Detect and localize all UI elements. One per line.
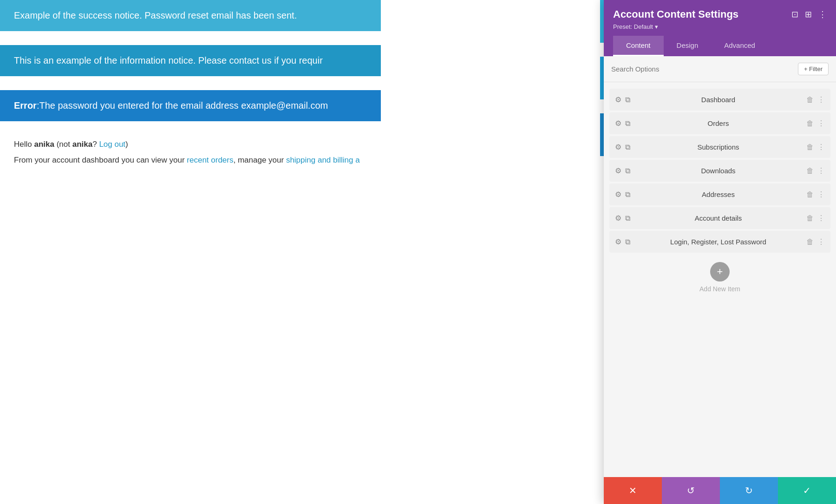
more-options-icon[interactable]: ⋮ xyxy=(817,237,825,246)
tab-advanced[interactable]: Advanced xyxy=(711,36,768,56)
tab-design[interactable]: Design xyxy=(664,36,712,56)
success-notice-text: Example of the success notice. Password … xyxy=(14,10,297,20)
redo-button[interactable]: ↻ xyxy=(720,477,778,504)
more-options-icon[interactable]: ⋮ xyxy=(817,214,825,223)
undo-button[interactable]: ↺ xyxy=(662,477,720,504)
panel-preset[interactable]: Preset: Default ▾ xyxy=(613,23,827,30)
settings-icon[interactable]: ⚙ xyxy=(615,166,621,175)
info-notice: This is an example of the information no… xyxy=(0,45,381,76)
item-right-icons: 🗑 ⋮ xyxy=(806,166,825,175)
delete-icon[interactable]: 🗑 xyxy=(806,143,814,151)
info-notice-text: This is an example of the information no… xyxy=(14,55,323,65)
save-icon: ✓ xyxy=(803,485,811,496)
item-right-icons: 🗑 ⋮ xyxy=(806,214,825,223)
account-username2: anika xyxy=(72,140,92,149)
item-label: Login, Register, Lost Password xyxy=(635,238,802,246)
panel-header: Account Content Settings ⊡ ⊞ ⋮ Preset: D… xyxy=(604,0,836,56)
item-right-icons: 🗑 ⋮ xyxy=(806,190,825,199)
logout-prefix: ? xyxy=(92,140,99,149)
settings-icon[interactable]: ⚙ xyxy=(615,143,621,151)
item-left-icons: ⚙ ⧉ xyxy=(615,166,630,175)
copy-icon[interactable]: ⧉ xyxy=(625,96,630,104)
save-button[interactable]: ✓ xyxy=(778,477,836,504)
logout-link[interactable]: Log out xyxy=(99,140,125,149)
hello-text: Hello xyxy=(14,140,34,149)
list-item[interactable]: ⚙ ⧉ Downloads 🗑 ⋮ xyxy=(609,160,830,182)
list-item[interactable]: ⚙ ⧉ Addresses 🗑 ⋮ xyxy=(609,183,830,205)
settings-icon[interactable]: ⚙ xyxy=(615,214,621,223)
more-options-icon[interactable]: ⋮ xyxy=(817,166,825,175)
focus-icon[interactable]: ⊡ xyxy=(791,9,798,20)
more-options-icon[interactable]: ⋮ xyxy=(817,190,825,199)
accent-bars xyxy=(600,0,604,504)
accent-success xyxy=(600,0,604,43)
list-item[interactable]: ⚙ ⧉ Dashboard 🗑 ⋮ xyxy=(609,89,830,111)
success-notice: Example of the success notice. Password … xyxy=(0,0,381,31)
grid-icon[interactable]: ⊞ xyxy=(805,9,812,20)
search-input[interactable] xyxy=(611,65,794,73)
item-right-icons: 🗑 ⋮ xyxy=(806,95,825,104)
settings-icon[interactable]: ⚙ xyxy=(615,95,621,104)
delete-icon[interactable]: 🗑 xyxy=(806,190,814,199)
accent-error xyxy=(600,113,604,156)
more-icon[interactable]: ⋮ xyxy=(818,9,827,20)
settings-icon[interactable]: ⚙ xyxy=(615,119,621,128)
add-new-item[interactable]: + Add New Item xyxy=(604,255,836,300)
filter-button[interactable]: + Filter xyxy=(798,63,829,75)
copy-icon[interactable]: ⧉ xyxy=(625,190,630,199)
item-label: Orders xyxy=(635,119,802,127)
copy-icon[interactable]: ⧉ xyxy=(625,119,630,128)
account-username: anika xyxy=(34,140,54,149)
cancel-icon: ✕ xyxy=(629,485,637,496)
settings-icon[interactable]: ⚙ xyxy=(615,190,621,199)
copy-icon[interactable]: ⧉ xyxy=(625,167,630,175)
preset-arrow: ▾ xyxy=(655,23,658,30)
account-desc: From your account dashboard you can view… xyxy=(0,149,381,165)
item-right-icons: 🗑 ⋮ xyxy=(806,237,825,246)
copy-icon[interactable]: ⧉ xyxy=(625,238,630,246)
add-circle-button[interactable]: + xyxy=(710,262,730,281)
list-item[interactable]: ⚙ ⧉ Orders 🗑 ⋮ xyxy=(609,112,830,134)
item-left-icons: ⚙ ⧉ xyxy=(615,143,630,151)
item-right-icons: 🗑 ⋮ xyxy=(806,143,825,151)
shipping-link[interactable]: shipping and billing a xyxy=(286,156,360,164)
item-left-icons: ⚙ ⧉ xyxy=(615,190,630,199)
delete-icon[interactable]: 🗑 xyxy=(806,214,814,223)
item-label: Addresses xyxy=(635,190,802,198)
list-item[interactable]: ⚙ ⧉ Account details 🗑 ⋮ xyxy=(609,207,830,229)
panel-title: Account Content Settings xyxy=(613,8,738,20)
desc-start: From your account dashboard you can view… xyxy=(14,156,187,164)
item-label: Account details xyxy=(635,214,802,222)
main-content: Example of the success notice. Password … xyxy=(0,0,381,504)
item-left-icons: ⚙ ⧉ xyxy=(615,237,630,246)
error-text: :The password you entered for the email … xyxy=(37,100,328,111)
copy-icon[interactable]: ⧉ xyxy=(625,143,630,151)
settings-icon[interactable]: ⚙ xyxy=(615,237,621,246)
more-options-icon[interactable]: ⋮ xyxy=(817,143,825,151)
accent-info xyxy=(600,57,604,99)
delete-icon[interactable]: 🗑 xyxy=(806,167,814,175)
more-options-icon[interactable]: ⋮ xyxy=(817,119,825,128)
tab-content[interactable]: Content xyxy=(613,36,664,56)
panel-items: ⚙ ⧉ Dashboard 🗑 ⋮ ⚙ ⧉ Orders 🗑 ⋮ ⚙ ⧉ xyxy=(604,82,836,477)
item-left-icons: ⚙ ⧉ xyxy=(615,95,630,104)
panel-title-icons: ⊡ ⊞ ⋮ xyxy=(791,9,827,20)
list-item[interactable]: ⚙ ⧉ Login, Register, Lost Password 🗑 ⋮ xyxy=(609,231,830,253)
recent-orders-link[interactable]: recent orders xyxy=(187,156,233,164)
more-options-icon[interactable]: ⋮ xyxy=(817,95,825,104)
panel-actions: ✕ ↺ ↻ ✓ xyxy=(604,477,836,504)
item-label: Downloads xyxy=(635,167,802,175)
undo-icon: ↺ xyxy=(687,485,695,496)
item-left-icons: ⚙ ⧉ xyxy=(615,119,630,128)
cancel-button[interactable]: ✕ xyxy=(604,477,662,504)
account-hello: Hello anika (not anika? Log out) xyxy=(0,126,381,149)
delete-icon[interactable]: 🗑 xyxy=(806,238,814,246)
list-item[interactable]: ⚙ ⧉ Subscriptions 🗑 ⋮ xyxy=(609,136,830,158)
item-right-icons: 🗑 ⋮ xyxy=(806,119,825,128)
item-label: Subscriptions xyxy=(635,143,802,151)
filter-label: + Filter xyxy=(804,65,823,72)
delete-icon[interactable]: 🗑 xyxy=(806,96,814,104)
delete-icon[interactable]: 🗑 xyxy=(806,119,814,128)
copy-icon[interactable]: ⧉ xyxy=(625,214,630,223)
item-left-icons: ⚙ ⧉ xyxy=(615,214,630,223)
